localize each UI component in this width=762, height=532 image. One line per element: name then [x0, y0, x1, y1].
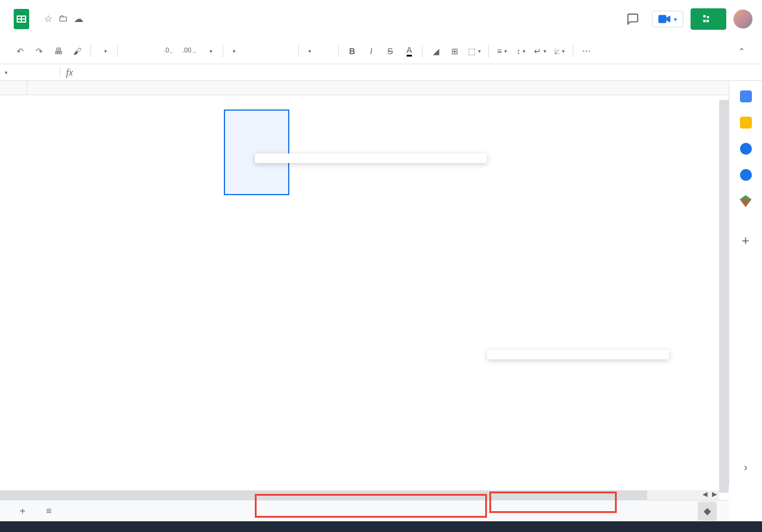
contacts-icon[interactable]: [740, 169, 752, 181]
merge-button[interactable]: ⬚: [466, 43, 483, 60]
percent-button[interactable]: [142, 43, 158, 60]
borders-button[interactable]: ⊞: [446, 43, 463, 60]
collapse-toolbar-button[interactable]: ⌃: [733, 43, 750, 60]
addons-plus-icon[interactable]: +: [742, 233, 749, 249]
star-icon[interactable]: ☆: [44, 13, 52, 24]
context-menu: [255, 154, 487, 163]
side-panel: + ›: [729, 81, 762, 486]
halign-button[interactable]: ≡: [494, 43, 510, 60]
toolbar: ↶ ↷ 🖶 🖌 .0← .00→ B I S A ◢ ⊞ ⬚ ≡ ↕ ↵ ⟀ ⋯…: [0, 38, 762, 64]
print-button[interactable]: 🖶: [50, 43, 67, 60]
strikethrough-button[interactable]: S: [382, 43, 398, 60]
increase-decimal-button[interactable]: .00→: [180, 43, 199, 60]
calendar-icon[interactable]: [740, 90, 752, 102]
paint-format-button[interactable]: 🖌: [69, 43, 86, 60]
font-size-dropdown[interactable]: [304, 43, 333, 60]
zoom-dropdown[interactable]: [96, 43, 113, 60]
column-headers: [0, 81, 729, 95]
bold-button[interactable]: B: [343, 43, 360, 60]
font-dropdown[interactable]: [228, 43, 293, 60]
decrease-decimal-button[interactable]: .0←: [161, 43, 177, 60]
italic-button[interactable]: I: [363, 43, 379, 60]
all-sheets-button[interactable]: ≡: [38, 500, 60, 522]
svg-rect-0: [658, 15, 666, 23]
fill-color-button[interactable]: ◢: [427, 43, 444, 60]
number-format-dropdown[interactable]: [201, 43, 218, 60]
formula-bar: fx: [0, 64, 762, 81]
side-panel-collapse[interactable]: ›: [744, 461, 748, 474]
cloud-icon[interactable]: ☁: [74, 13, 83, 24]
comments-icon[interactable]: [621, 7, 645, 31]
meet-button[interactable]: ▾: [652, 11, 683, 27]
valign-button[interactable]: ↕: [513, 43, 529, 60]
account-avatar[interactable]: [733, 10, 752, 29]
currency-button[interactable]: [123, 43, 139, 60]
selection-box: [224, 109, 289, 195]
select-all-corner[interactable]: [0, 81, 27, 95]
undo-button[interactable]: ↶: [12, 43, 29, 60]
rotate-button[interactable]: ⟀: [551, 43, 568, 60]
share-button[interactable]: [691, 8, 726, 30]
move-icon[interactable]: 🗀: [58, 13, 68, 24]
vertical-scrollbar[interactable]: [719, 100, 729, 493]
explore-button[interactable]: ◆: [698, 502, 717, 521]
tasks-icon[interactable]: [740, 143, 752, 155]
name-box[interactable]: [0, 70, 60, 76]
more-button[interactable]: ⋯: [578, 43, 595, 60]
redo-button[interactable]: ↷: [31, 43, 48, 60]
maps-icon[interactable]: [740, 195, 752, 207]
taskbar: [0, 521, 762, 532]
wrap-button[interactable]: ↵: [532, 43, 549, 60]
sheet-tabs: + ≡ ◆: [0, 500, 729, 521]
horizontal-scrollbar[interactable]: ◀▶: [0, 490, 719, 500]
context-submenu: [487, 350, 669, 359]
keep-icon[interactable]: [740, 117, 752, 129]
text-color-button[interactable]: A: [401, 43, 417, 60]
add-sheet-button[interactable]: +: [12, 500, 33, 522]
fx-icon: fx: [60, 67, 79, 78]
sheets-logo[interactable]: [10, 7, 33, 31]
header: ☆ 🗀 ☁ ▾: [0, 0, 762, 38]
